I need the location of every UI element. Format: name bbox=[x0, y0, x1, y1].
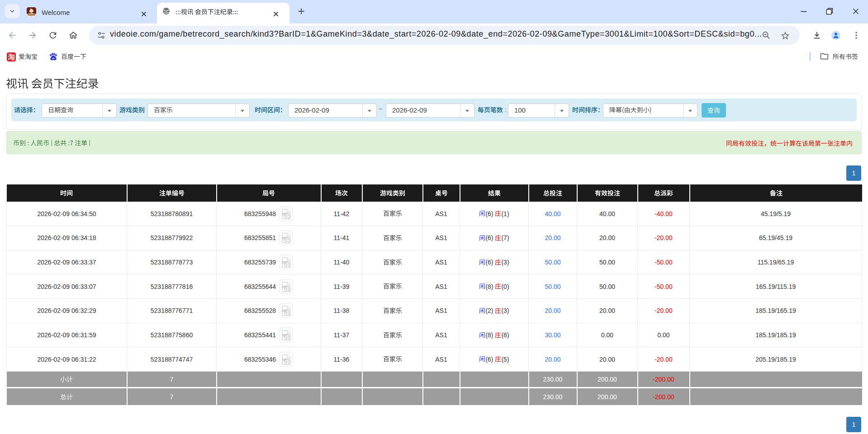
svg-text:du: du bbox=[52, 57, 55, 60]
